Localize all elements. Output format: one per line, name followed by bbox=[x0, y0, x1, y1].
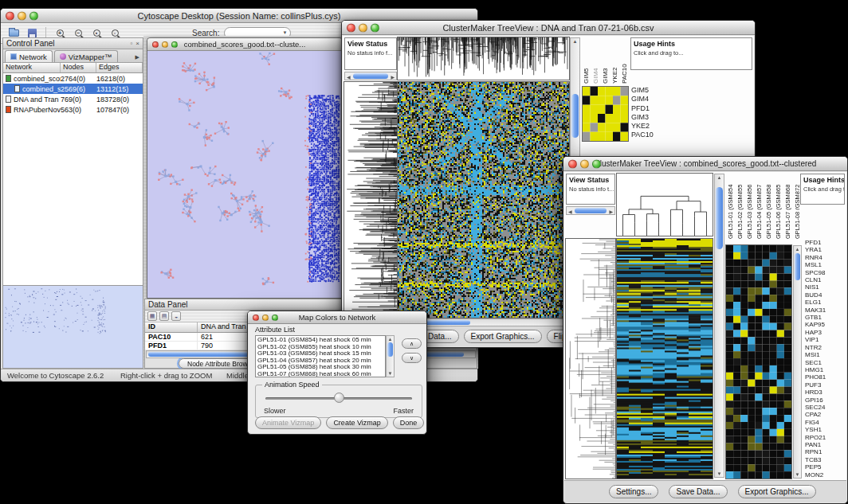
scroll-right-icon[interactable]: ▶ bbox=[609, 209, 613, 214]
scroll-up-icon[interactable]: ▲ bbox=[571, 38, 579, 45]
treeview-button[interactable]: Settings... bbox=[609, 485, 658, 498]
network-list-row[interactable]: DNA and Tran 07 769(0) 183728(0) bbox=[3, 94, 143, 104]
network-view-canvas[interactable] bbox=[147, 51, 342, 298]
zoom-button[interactable] bbox=[592, 159, 601, 168]
gene-label[interactable]: PHO81 bbox=[805, 373, 846, 381]
column-label[interactable]: GPL51-01 (GSM854 bbox=[726, 174, 735, 239]
zoom-button[interactable] bbox=[371, 23, 379, 32]
network-list-row[interactable]: RNAPuberNov2+ 563(0) 107847(0) bbox=[3, 104, 143, 115]
database-icon[interactable]: ◒ bbox=[171, 311, 181, 321]
cluster-heatmap[interactable] bbox=[398, 82, 569, 318]
close-panel-icon[interactable]: × bbox=[135, 40, 139, 47]
treeview-button[interactable]: Export Graphics... bbox=[738, 485, 816, 498]
summary-heatmap[interactable] bbox=[583, 87, 628, 141]
gene-label[interactable]: PUF3 bbox=[805, 381, 846, 389]
gene-label[interactable]: SEC24 bbox=[805, 404, 846, 411]
close-button[interactable] bbox=[6, 11, 14, 20]
gene-label[interactable]: NIS1 bbox=[805, 283, 846, 291]
scroll-down-icon[interactable]: ▼ bbox=[794, 471, 801, 478]
gene-label[interactable]: MSI1 bbox=[805, 351, 846, 358]
gene-label[interactable]: RPO21 bbox=[805, 434, 846, 441]
scroll-down-icon[interactable]: ▼ bbox=[715, 471, 724, 477]
scrollbar-thumb[interactable] bbox=[795, 253, 800, 280]
scrollbar-thumb[interactable] bbox=[571, 94, 579, 138]
column-nodes[interactable]: Nodes bbox=[61, 63, 96, 72]
column-label[interactable]: GPL51-04 (GSM857 bbox=[755, 174, 764, 239]
gene-label[interactable]: PFD1 bbox=[631, 104, 679, 113]
network-list-row[interactable]: combined_scores 2764(0) 16218(0) bbox=[3, 73, 143, 84]
minimize-icon[interactable] bbox=[162, 41, 168, 48]
column-label[interactable]: GIM4 bbox=[592, 37, 600, 84]
move-up-button[interactable]: ∧ bbox=[402, 338, 422, 349]
move-down-button[interactable]: ∨ bbox=[402, 353, 422, 363]
column-label[interactable]: GIM3 bbox=[602, 37, 610, 84]
minimize-button[interactable] bbox=[262, 315, 269, 321]
gene-label[interactable]: MSL1 bbox=[805, 261, 846, 268]
column-edges[interactable]: Edges bbox=[96, 63, 143, 72]
list-vscrollbar[interactable]: ▲ ▼ bbox=[386, 335, 395, 377]
attribute-list[interactable]: GPL51-01 (GSM854) heat shock 05 minGPL51… bbox=[255, 335, 386, 377]
dialog-button[interactable]: Create Vizmap bbox=[326, 416, 387, 429]
gene-label[interactable]: MON2 bbox=[805, 471, 846, 479]
scrollbar-thumb[interactable] bbox=[575, 208, 607, 213]
gene-label[interactable]: GTB1 bbox=[805, 314, 846, 321]
network-view-titlebar[interactable]: combined_scores_good.txt--cluste... bbox=[147, 38, 342, 51]
close-icon[interactable] bbox=[152, 41, 159, 48]
gene-label[interactable]: YRA1 bbox=[805, 246, 846, 253]
gene-label[interactable]: HAP3 bbox=[805, 329, 846, 336]
status-scrollbar[interactable]: ◀ ▶ bbox=[344, 72, 397, 80]
column-label[interactable]: GPL51-07 (GSM868 bbox=[783, 174, 792, 239]
gene-label[interactable]: CPA2 bbox=[805, 411, 846, 418]
row-dendrogram[interactable] bbox=[344, 82, 397, 318]
select-attributes-icon[interactable]: ▦ bbox=[147, 311, 157, 321]
column-dendrogram[interactable] bbox=[398, 37, 569, 80]
scroll-up-icon[interactable]: ▲ bbox=[387, 336, 394, 342]
column-label[interactable]: GPL51-06 (GSM865 bbox=[774, 174, 783, 239]
scroll-left-icon[interactable]: ◀ bbox=[568, 209, 572, 214]
create-attribute-icon[interactable]: ▤ bbox=[159, 311, 169, 321]
tab-vizmapper[interactable]: VizMapper™ bbox=[54, 50, 118, 62]
slider-thumb[interactable] bbox=[334, 393, 344, 403]
gene-label[interactable]: FIG4 bbox=[805, 419, 846, 426]
dialog-titlebar[interactable]: Map Colors to Network bbox=[248, 311, 426, 324]
dialog-button[interactable]: Animate Vizmap bbox=[255, 416, 321, 429]
column-label[interactable]: GPL51-03 (GSM856 bbox=[745, 174, 754, 239]
gene-label[interactable]: PEP5 bbox=[805, 463, 846, 471]
scroll-down-icon[interactable]: ▼ bbox=[387, 370, 394, 377]
network-overview-thumbnail[interactable] bbox=[3, 285, 143, 368]
scrollbar-thumb[interactable] bbox=[353, 73, 388, 79]
column-label[interactable]: GIM5 bbox=[583, 37, 591, 84]
gene-label[interactable]: YSH1 bbox=[805, 426, 846, 433]
gene-label[interactable]: RNR4 bbox=[805, 254, 846, 261]
minimize-button[interactable] bbox=[18, 11, 26, 20]
gene-label[interactable]: VIP1 bbox=[805, 336, 846, 343]
maximize-icon[interactable] bbox=[171, 41, 178, 48]
column-label[interactable]: GPL51-08 (GSM872 bbox=[793, 174, 799, 239]
column-dendrogram[interactable] bbox=[617, 174, 713, 236]
cluster-heatmap[interactable] bbox=[617, 239, 713, 479]
heatmap-vscrollbar[interactable]: ▲ ▼ bbox=[714, 174, 724, 478]
close-button[interactable] bbox=[568, 159, 577, 168]
gene-label[interactable]: RPN1 bbox=[805, 448, 846, 455]
gene-label[interactable]: HMG1 bbox=[805, 366, 846, 373]
tab-network[interactable]: Network bbox=[5, 50, 53, 62]
tab-overflow-arrow-icon[interactable]: ▶ bbox=[135, 54, 141, 62]
combo-arrow-icon[interactable]: ▼ bbox=[283, 30, 288, 35]
close-button[interactable] bbox=[253, 315, 259, 321]
gene-label[interactable]: YKE2 bbox=[631, 122, 679, 131]
column-label[interactable]: YKE2 bbox=[611, 37, 619, 84]
gene-label[interactable]: GIM5 bbox=[631, 86, 679, 95]
gene-label[interactable]: PAC10 bbox=[631, 131, 679, 139]
zoom-heatmap[interactable] bbox=[726, 245, 791, 479]
gene-label[interactable]: KAP95 bbox=[805, 321, 846, 328]
network-list-row[interactable]: combined_sco 2569(6) 13112(15) bbox=[3, 84, 143, 94]
scrollbar-thumb[interactable] bbox=[716, 187, 723, 249]
treeview1-titlebar[interactable]: ClusterMaker TreeView : DNA and Tran 07-… bbox=[342, 21, 755, 35]
zoom-button[interactable] bbox=[272, 315, 278, 321]
zoom-vscrollbar[interactable]: ▲ ▼ bbox=[793, 245, 802, 479]
treeview2-titlebar[interactable]: ClusterMaker TreeView : combined_scores_… bbox=[563, 157, 847, 171]
gene-label[interactable]: GIM4 bbox=[631, 95, 679, 104]
treeview-button[interactable]: Save Data... bbox=[669, 485, 727, 498]
column-label[interactable]: GPL51-05 (GSM858 bbox=[764, 174, 773, 239]
minimize-button[interactable] bbox=[580, 159, 589, 168]
